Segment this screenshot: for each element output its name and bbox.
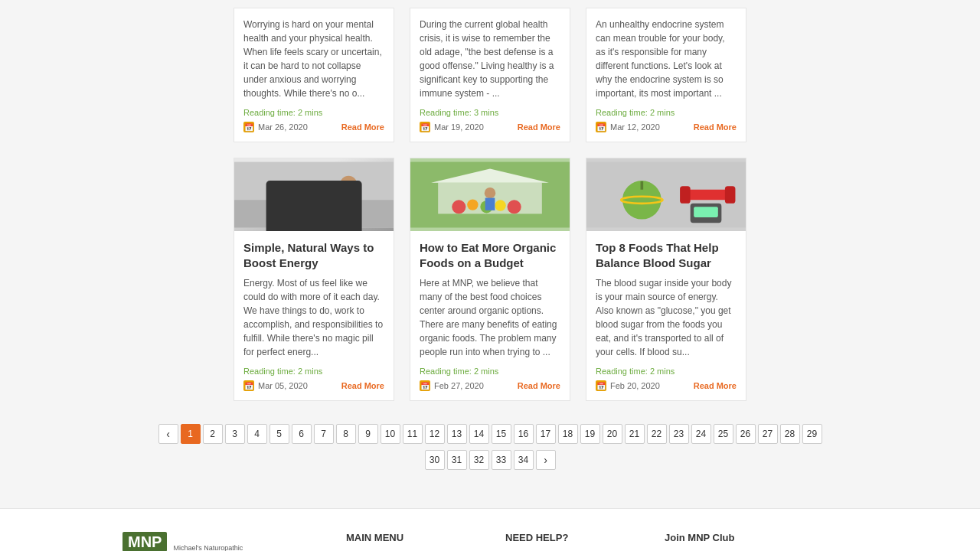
card-5-body: How to Eat More Organic Foods on a Budge… <box>410 231 570 400</box>
page-btn-21[interactable]: 21 <box>625 424 645 444</box>
cards-section: Worrying is hard on your mental health a… <box>0 0 980 508</box>
card-1-date: Mar 26, 2020 <box>258 122 308 132</box>
card-4-img-inner <box>234 158 394 231</box>
card-3: An unhealthy endocrine system can mean t… <box>586 8 746 142</box>
page-btn-5[interactable]: 5 <box>270 424 289 444</box>
card-3-read-more[interactable]: Read More <box>694 122 737 132</box>
page-btn-33[interactable]: 33 <box>492 450 511 470</box>
svg-point-10 <box>467 199 478 210</box>
card-4-footer: Mar 05, 2020 Read More <box>243 380 384 391</box>
card-4-date-wrapper: Mar 05, 2020 <box>243 380 308 391</box>
card-5-date-wrapper: Feb 27, 2020 <box>420 380 484 391</box>
svg-rect-20 <box>684 190 732 201</box>
svg-rect-1 <box>234 200 394 227</box>
card-3-date: Mar 12, 2020 <box>610 122 660 132</box>
page-btn-27[interactable]: 27 <box>758 424 778 444</box>
next-page-btn[interactable]: › <box>536 450 556 470</box>
page-btn-7[interactable]: 7 <box>314 424 334 444</box>
page-container: Worrying is hard on your mental health a… <box>0 0 980 551</box>
card-4-date: Mar 05, 2020 <box>258 381 308 390</box>
card-4-img <box>234 158 394 231</box>
svg-rect-21 <box>680 186 691 204</box>
card-6-footer: Feb 20, 2020 Read More <box>596 380 737 391</box>
card-4-read-more[interactable]: Read More <box>341 381 384 390</box>
card-5-read-more[interactable]: Read More <box>518 381 560 390</box>
page-btn-23[interactable]: 23 <box>669 424 689 444</box>
calendar-icon-5 <box>420 380 430 391</box>
page-btn-26[interactable]: 26 <box>736 424 756 444</box>
card-3-text: An unhealthy endocrine system can mean t… <box>596 18 737 100</box>
page-btn-18[interactable]: 18 <box>558 424 578 444</box>
page-btn-24[interactable]: 24 <box>691 424 711 444</box>
card-5-date: Feb 27, 2020 <box>434 381 484 390</box>
card-1-read-more[interactable]: Read More <box>341 122 384 132</box>
page-btn-3[interactable]: 3 <box>225 424 245 444</box>
card-5-text: Here at MNP, we believe that many of the… <box>420 276 560 359</box>
card-4-title: Simple, Natural Ways to Boost Energy <box>243 240 384 270</box>
page-btn-30[interactable]: 30 <box>425 450 445 470</box>
page-btn-19[interactable]: 19 <box>580 424 600 444</box>
page-btn-8[interactable]: 8 <box>336 424 356 444</box>
card-6-date: Feb 20, 2020 <box>610 381 660 390</box>
svg-point-9 <box>452 200 466 214</box>
logo-mnp: MNP <box>122 532 167 551</box>
page-btn-9[interactable]: 9 <box>358 424 378 444</box>
page-btn-32[interactable]: 32 <box>469 450 489 470</box>
footer-logo-section: MNP HEALTHCARESOLUTIONSSINCE 1984 Michae… <box>122 532 315 551</box>
card-6-date-wrapper: Feb 20, 2020 <box>596 380 660 391</box>
card-6-title: Top 8 Foods That Help Balance Blood Suga… <box>596 240 737 270</box>
card-6-read-more[interactable]: Read More <box>694 381 737 390</box>
card-3-date-wrapper: Mar 12, 2020 <box>596 122 660 132</box>
page-btn-22[interactable]: 22 <box>647 424 667 444</box>
page-btn-4[interactable]: 4 <box>247 424 267 444</box>
card-2-reading-time: Reading time: 3 mins <box>420 108 560 117</box>
card-6-body: Top 8 Foods That Help Balance Blood Suga… <box>586 231 746 400</box>
card-5-img <box>410 158 570 231</box>
calendar-icon-6 <box>596 380 606 391</box>
card-6-reading-time: Reading time: 2 mins <box>596 367 737 376</box>
page-btn-20[interactable]: 20 <box>603 424 622 444</box>
card-5-footer: Feb 27, 2020 Read More <box>420 380 560 391</box>
svg-point-4 <box>340 176 357 193</box>
card-2-text: During the current global health crisis,… <box>420 18 560 100</box>
svg-point-12 <box>495 200 505 210</box>
page-btn-12[interactable]: 12 <box>425 424 445 444</box>
page-btn-31[interactable]: 31 <box>447 450 467 470</box>
page-btn-15[interactable]: 15 <box>492 424 511 444</box>
svg-rect-18 <box>641 181 644 190</box>
page-btn-34[interactable]: 34 <box>514 450 534 470</box>
bottom-cards-row: Simple, Natural Ways to Boost Energy Ene… <box>234 158 746 401</box>
pagination-section: ‹ 1 2 3 4 5 6 7 8 9 10 11 12 13 14 15 16… <box>234 416 746 493</box>
footer-need-help: NEED HELP? Contact Us Privacy Policy Ter… <box>505 532 634 551</box>
page-btn-6[interactable]: 6 <box>292 424 312 444</box>
card-2-read-more[interactable]: Read More <box>518 122 560 132</box>
page-btn-13[interactable]: 13 <box>447 424 467 444</box>
card-6-img <box>586 158 746 231</box>
card-1: Worrying is hard on your mental health a… <box>234 8 394 142</box>
card-3-footer: Mar 12, 2020 Read More <box>596 122 737 132</box>
calendar-icon-4 <box>243 380 254 391</box>
page-btn-16[interactable]: 16 <box>514 424 534 444</box>
pagination-row-2: 30 31 32 33 34 › <box>425 450 556 470</box>
page-btn-14[interactable]: 14 <box>469 424 489 444</box>
page-btn-10[interactable]: 10 <box>381 424 400 444</box>
page-btn-28[interactable]: 28 <box>780 424 800 444</box>
svg-rect-24 <box>694 207 718 217</box>
page-btn-25[interactable]: 25 <box>714 424 733 444</box>
footer-logo: MNP HEALTHCARESOLUTIONSSINCE 1984 Michae… <box>122 532 315 551</box>
card-6-text: The blood sugar inside your body is your… <box>596 276 737 359</box>
page-btn-29[interactable]: 29 <box>802 424 822 444</box>
page-btn-2[interactable]: 2 <box>203 424 223 444</box>
footer-need-help-title: NEED HELP? <box>505 532 634 543</box>
card-5-title: How to Eat More Organic Foods on a Budge… <box>420 240 560 270</box>
page-btn-17[interactable]: 17 <box>536 424 556 444</box>
svg-rect-5 <box>276 204 359 207</box>
page-btn-11[interactable]: 11 <box>403 424 423 444</box>
footer-main-menu-title: MAIN MENU <box>346 532 475 543</box>
card-1-date-wrapper: Mar 26, 2020 <box>243 122 308 132</box>
card-4-reading-time: Reading time: 2 mins <box>243 367 384 376</box>
prev-page-btn[interactable]: ‹ <box>158 424 178 444</box>
page-btn-1[interactable]: 1 <box>181 424 201 444</box>
logo-name: Michael's Naturopathic Programs <box>173 544 250 551</box>
card-2: During the current global health crisis,… <box>410 8 570 142</box>
